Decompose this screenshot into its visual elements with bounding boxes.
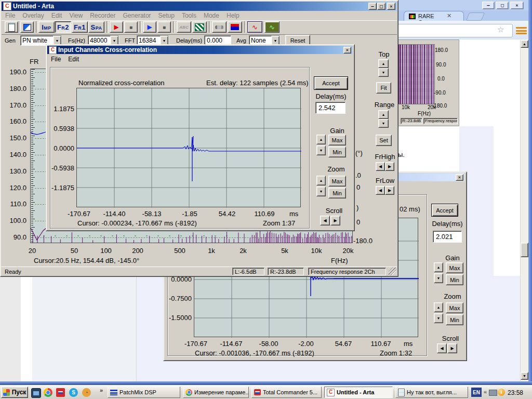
dialog2-zoom-min-button[interactable]: Min	[446, 314, 463, 325]
dialog2-zoom-up-button[interactable]: ▲	[434, 302, 443, 312]
scroll-down-icon[interactable]: ▼	[521, 372, 528, 380]
menu-recorder[interactable]: Recorder	[86, 11, 119, 20]
dialog1-gain-max-button[interactable]: Max	[328, 135, 346, 145]
browser-menu-icon[interactable]	[516, 27, 527, 34]
tab-close-icon[interactable]: ✕	[447, 12, 451, 19]
tray-info-icon[interactable]: i	[498, 389, 505, 396]
dialog1-accept-button[interactable]: Accept	[314, 76, 348, 90]
frlow-right-button[interactable]: ▶	[385, 186, 394, 195]
show-desktop-icon[interactable]	[31, 388, 41, 398]
dialog2-gain-up-button[interactable]: ▲	[434, 262, 443, 272]
dialog1-titlebar[interactable]: C Input Channels Cross-correlation	[47, 46, 352, 54]
taskbar-button-wordpad[interactable]: Ну так вот, выгля...	[395, 387, 468, 398]
dialog2-gain-down-button[interactable]: ▼	[434, 273, 443, 283]
dialog2-delay-input[interactable]: 2.021	[433, 231, 462, 243]
dialog2-scroll-right-button[interactable]: ▶	[447, 343, 457, 353]
range-down-button[interactable]: ▼	[378, 119, 389, 128]
dialog2-scroll-left-button[interactable]: ◀	[437, 343, 447, 353]
top-up-button[interactable]: ▲	[378, 59, 389, 68]
minimize-button[interactable]: —	[368, 3, 377, 10]
dialog2-close-icon[interactable]: ✕	[456, 174, 463, 181]
dialog1-menu-file[interactable]: File	[47, 55, 64, 64]
spa-mode-button[interactable]: Spa	[88, 21, 104, 33]
record-play-button[interactable]: ▶	[110, 21, 123, 33]
dialog1-gain-min-button[interactable]: Min	[328, 147, 346, 157]
menu-edit[interactable]: Edit	[48, 11, 66, 20]
scope-view-button[interactable]	[192, 21, 207, 33]
dialog1-zoom-down-button[interactable]: ▼	[316, 187, 326, 196]
menu-overlay[interactable]: Overlay	[19, 11, 47, 20]
fr2-mode-button[interactable]: Fr2	[55, 21, 71, 33]
menu-generator[interactable]: Generator	[119, 11, 155, 20]
clock-app-icon[interactable]: ◔	[82, 388, 91, 397]
chrome-quicklaunch-icon[interactable]	[44, 388, 52, 397]
set-button[interactable]: Set	[376, 135, 392, 146]
dialog1-scroll-right-button[interactable]: ▶	[330, 216, 340, 225]
browser-close-button[interactable]: ✕	[510, 2, 524, 9]
menu-tools[interactable]: Tools	[178, 11, 200, 20]
tray-clock[interactable]: 23:58	[508, 389, 523, 396]
sine-red-button[interactable]: ∿	[247, 21, 262, 33]
maximize-button[interactable]: □	[377, 3, 385, 10]
taskbar-button-totalcommander[interactable]: Total Commander 5...	[251, 387, 322, 398]
new-file-button[interactable]	[5, 21, 18, 33]
taskbar-button-arta[interactable]: C Untitled - Arta	[324, 387, 393, 398]
menu-setup[interactable]: Setup	[155, 11, 178, 20]
quicklaunch-chevron-icon[interactable]: »	[100, 387, 103, 393]
taskbar-button-patchmix[interactable]: PatchMix DSP	[108, 387, 180, 398]
bookmark-star-icon[interactable]: ☆	[497, 25, 504, 34]
menu-mode[interactable]: Mode	[200, 11, 223, 20]
record-stop-button[interactable]: ■	[124, 21, 138, 33]
range-up-button[interactable]: ▲	[378, 110, 389, 119]
dialog1-scroll-left-button[interactable]: ◀	[320, 216, 330, 225]
menu-help[interactable]: Help	[223, 11, 243, 20]
dialog1-menu-edit[interactable]: Edit	[64, 55, 83, 64]
dialog1-zoom-max-button[interactable]: Max	[328, 176, 346, 187]
frhigh-right-button[interactable]: ▶	[385, 162, 394, 171]
arta-titlebar[interactable]: C Untitled - Arta	[2, 2, 397, 11]
browser-maximize-button[interactable]: □	[496, 2, 509, 9]
dialog1-gain-up-button[interactable]: ▲	[316, 135, 326, 144]
spectrum-button[interactable]	[228, 21, 242, 33]
frhigh-left-button[interactable]: ◀	[376, 162, 385, 171]
dialog2-zoom-down-button[interactable]: ▼	[434, 313, 443, 323]
dialog1-plot[interactable]	[76, 88, 301, 207]
generator-play-button[interactable]: ▶	[143, 21, 156, 33]
imp-mode-button[interactable]: Imp	[38, 21, 55, 33]
generator-stop-button[interactable]: ■	[157, 21, 171, 33]
sine-green-button[interactable]: ∿	[264, 21, 280, 33]
dialog1-close-icon[interactable]: ✕	[343, 47, 351, 54]
taskbar-button-izmerenie[interactable]: Измерение параме...	[183, 387, 249, 398]
start-button[interactable]: Пуск	[1, 387, 28, 398]
browser-minimize-button[interactable]: —	[482, 2, 495, 9]
page-scrollbar[interactable]: ▲ ▼	[520, 40, 529, 381]
dialog2-zoom-max-button[interactable]: Max	[446, 302, 463, 313]
resize-grip[interactable]	[389, 268, 396, 275]
skype-icon[interactable]: S	[69, 388, 78, 397]
dialog1-gain-down-button[interactable]: ▼	[316, 145, 326, 155]
tray-language-indicator[interactable]: EN	[471, 388, 482, 397]
menu-view[interactable]: View	[65, 11, 86, 20]
browser-tab-rare[interactable]: RARE Cor ✕	[404, 11, 464, 21]
fr1-mode-button[interactable]: Fr1	[72, 21, 88, 33]
fit-button[interactable]: Fit	[376, 82, 391, 94]
dialog2-accept-button[interactable]: Accept	[431, 204, 458, 217]
menu-file[interactable]: File	[2, 11, 19, 20]
total-commander-quicklaunch-icon[interactable]	[56, 388, 65, 397]
scroll-up-icon[interactable]: ▲	[521, 40, 528, 48]
frlow-left-button[interactable]: ◀	[376, 186, 385, 195]
scrollbar-thumb[interactable]	[521, 243, 528, 257]
close-button[interactable]: ✕	[387, 3, 395, 10]
dialog1-delay-input[interactable]: 2.542	[315, 102, 345, 114]
top-down-button[interactable]: ▼	[378, 68, 389, 77]
dialog1-x-label: -170.67	[68, 210, 90, 218]
tray-chevron-icon[interactable]: «	[484, 389, 487, 395]
tray-network-icon[interactable]	[489, 390, 497, 396]
dialog1-zoom-min-button[interactable]: Min	[328, 188, 346, 198]
overlay-button[interactable]	[20, 21, 34, 33]
dialog2-gain-max-button[interactable]: Max	[446, 262, 463, 273]
probe-button[interactable]	[212, 21, 227, 33]
dialog1-zoom-up-button[interactable]: ▲	[316, 176, 326, 185]
dialog2-gain-min-button[interactable]: Min	[446, 274, 463, 285]
abc-label-button[interactable]: ABC	[177, 21, 191, 33]
